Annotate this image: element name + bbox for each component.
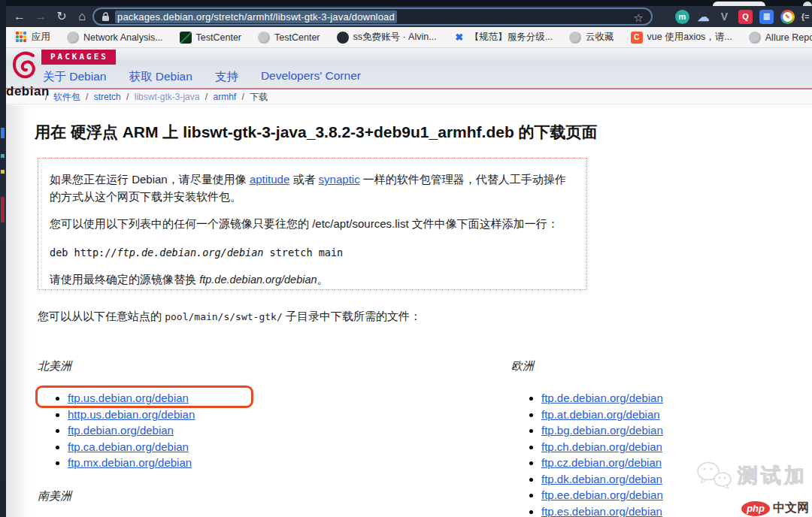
extension-cloud-icon[interactable]: ☁	[696, 10, 710, 24]
bookmark-item[interactable]: Allure Report	[749, 32, 812, 44]
debian-swirl-icon	[11, 50, 41, 83]
pen-icon: ✎	[783, 12, 792, 22]
php-cn-text: 中文网	[773, 500, 809, 516]
mirror-link[interactable]: ftp.bg.debian.org/debian	[541, 424, 663, 437]
debian-wordmark: debian	[6, 84, 45, 99]
watermark: 测试加	[695, 460, 807, 491]
nav-about-debian[interactable]: 关于 Debian	[43, 69, 106, 85]
extension-clipped-icon[interactable]: {=	[801, 10, 809, 24]
breadcrumb-packages[interactable]: 软件包	[53, 92, 80, 102]
bookmark-item[interactable]: C vue 使用axios，请...	[631, 31, 732, 44]
lock-icon	[102, 12, 110, 22]
wechat-icon	[695, 460, 733, 491]
bookmark-item[interactable]: 云收藏	[569, 31, 614, 44]
home-icon[interactable]: ⌂	[73, 6, 91, 27]
sliver-speck	[1, 197, 5, 222]
breadcrumb-stretch[interactable]: stretch	[94, 92, 121, 102]
breadcrumb-package-name[interactable]: libswt-gtk-3-java	[135, 92, 200, 102]
bookmarks-bar: 应用 Network Analysis... TestCenter TestCe…	[0, 27, 812, 48]
extension-pen-icon[interactable]: ✎	[780, 10, 795, 24]
extension-layers-icon[interactable]: ≣	[759, 10, 774, 24]
bookmark-label: Network Analysis...	[83, 32, 163, 43]
sliver-speck	[1, 154, 5, 158]
mirror-list: ftp.de.debian.org/debian ftp.at.debian.o…	[511, 390, 812, 517]
mirror-link[interactable]: ftp.mx.debian.org/debian	[68, 456, 192, 469]
code-mirror-domain: ftp.de.debian.org/debian	[117, 246, 263, 258]
mirror-link[interactable]: ftp.ca.debian.org/debian	[68, 440, 189, 453]
list-item: ftp.bg.debian.org/debian	[541, 422, 812, 439]
mirror-link[interactable]: ftp.cz.debian.org/debian	[541, 456, 662, 469]
mirror-link[interactable]: http.us.debian.org/debian	[68, 408, 195, 421]
mirror-link[interactable]: ftp.dk.debian.org/debian	[541, 473, 662, 485]
bookmark-item[interactable]: ss免费账号 · Alvin...	[337, 31, 437, 44]
breadcrumb-sep: /	[123, 92, 132, 102]
synaptic-link[interactable]: synaptic	[319, 173, 360, 186]
list-item: ftp.ch.debian.org/debian	[541, 439, 812, 455]
header-rule	[6, 88, 812, 89]
back-icon[interactable]: ←	[11, 6, 29, 27]
nav-get-debian[interactable]: 获取 Debian	[129, 69, 192, 85]
partial-tab[interactable]	[803, 2, 812, 6]
breadcrumb-sep: /	[202, 92, 211, 102]
bookmark-item[interactable]: ✖ 【规范】服务分级...	[453, 31, 553, 44]
page-title: 用在 硬浮点 ARM 上 libswt-gtk-3-java_3.8.2-3+d…	[35, 122, 598, 143]
globe-icon	[749, 32, 761, 44]
breadcrumb-current: 下载	[250, 92, 268, 102]
mirror-link[interactable]: ftp.ee.debian.org/debian	[541, 488, 663, 501]
globe-icon	[258, 32, 270, 44]
bookmark-item[interactable]: TestCenter	[258, 32, 320, 44]
bookmark-label: 云收藏	[586, 31, 614, 44]
breadcrumb: / 软件包 / stretch / libswt-gtk-3-java / ar…	[42, 91, 268, 104]
globe-icon	[569, 32, 581, 44]
breadcrumb-sep: /	[83, 92, 91, 102]
php-cn-logo: php 中文网	[741, 500, 809, 516]
nav-support[interactable]: 支持	[215, 69, 238, 85]
notice-paragraph-2: 您可以使用以下列表中的任何一个源镜像只要往您的 /etc/apt/sources…	[50, 216, 575, 233]
notice-paragraph-3: 请使用最终确定的源镜像替换 ftp.de.debian.org/debian。	[50, 271, 575, 289]
bookmark-item[interactable]: TestCenter	[180, 32, 241, 44]
mirror-link[interactable]: ftp.ch.debian.org/debian	[541, 440, 662, 453]
bookmark-label: TestCenter	[274, 32, 320, 43]
bookmark-star-icon[interactable]: ☆	[634, 10, 644, 26]
notice-paragraph-1: 如果您正在运行 Debian，请尽量使用像 aptitude 或者 synapt…	[50, 171, 575, 205]
notice-box: 如果您正在运行 Debian，请尽量使用像 aptitude 或者 synapt…	[38, 158, 587, 290]
region-heading-south-america: 南美洲	[38, 489, 353, 503]
forward-icon[interactable]: →	[32, 6, 50, 27]
mirror-link[interactable]: ftp.de.debian.org/debian	[541, 392, 663, 404]
list-item: ftp.ca.debian.org/debian	[68, 439, 353, 455]
blue-x-icon: ✖	[453, 32, 465, 44]
mirror-link[interactable]: ftp.es.debian.org/debian	[541, 505, 662, 517]
nav-developers-corner[interactable]: Developers' Corner	[261, 69, 361, 85]
bookmark-item[interactable]: Network Analysis...	[67, 32, 163, 44]
tab-strip	[0, 0, 812, 6]
partial-tab[interactable]	[713, 2, 765, 6]
reload-icon[interactable]: ↻	[53, 6, 71, 27]
url-text[interactable]: packages.debian.org/stretch/armhf/libswt…	[115, 11, 397, 23]
bookmark-label: 【规范】服务分级...	[470, 31, 553, 44]
mirror-link[interactable]: ftp.debian.org/debian	[68, 424, 174, 437]
region-heading: 北美洲	[38, 359, 353, 373]
sliver-speck	[1, 170, 5, 174]
notice-text: 请使用最终确定的源镜像替换	[50, 273, 199, 286]
bookmark-apps[interactable]: 应用	[15, 31, 50, 44]
breadcrumb-armhf[interactable]: armhf	[214, 92, 237, 102]
debian-logo[interactable]: debian	[6, 50, 45, 99]
bookmark-label: ss免费账号 · Alvin...	[353, 31, 437, 44]
extension-v-icon[interactable]: V	[717, 10, 732, 24]
bookmark-label: 应用	[32, 31, 50, 44]
extension-m-icon[interactable]: m	[675, 10, 689, 24]
aptitude-link[interactable]: aptitude	[250, 173, 289, 186]
github-icon	[337, 32, 349, 44]
region-heading: 欧洲	[511, 359, 812, 373]
list-item: ftp.debian.org/debian	[68, 422, 353, 439]
notice-text: 或者	[289, 173, 318, 186]
intro-text: 子目录中下载所需的文件：	[283, 310, 421, 322]
page-content: 用在 硬浮点 ARM 上 libswt-gtk-3-java_3.8.2-3+d…	[6, 105, 812, 517]
extension-q-icon[interactable]: Q	[738, 10, 753, 24]
breadcrumb-sep: /	[239, 92, 247, 102]
testcenter-icon	[180, 32, 192, 44]
bookmark-label: Allure Report	[765, 32, 812, 43]
address-bar[interactable]: packages.debian.org/stretch/armhf/libswt…	[92, 8, 653, 26]
mirror-link[interactable]: ftp.at.debian.org/debian	[541, 408, 660, 421]
code-text: deb http://	[50, 246, 117, 258]
